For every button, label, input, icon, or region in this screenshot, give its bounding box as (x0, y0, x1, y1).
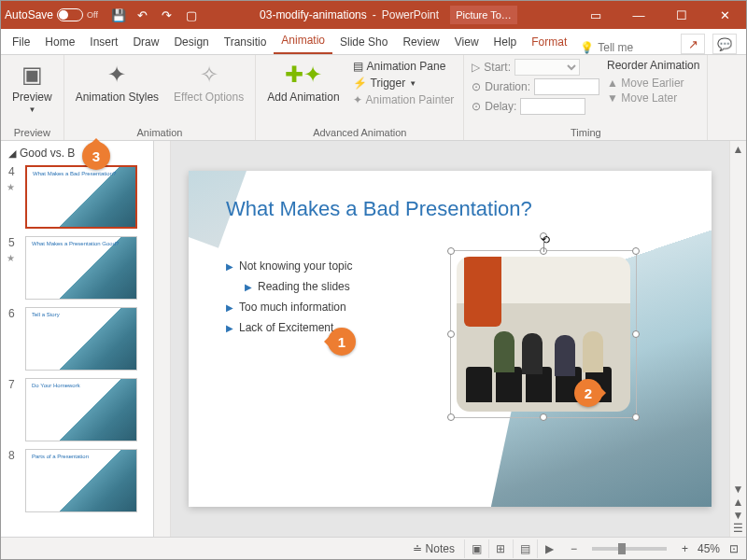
status-bar: ≐ Notes ▣ ⊞ ▤ ▶ − + 45% ⊡ (1, 537, 746, 559)
undo-icon[interactable]: ↶ (132, 4, 154, 26)
editor-scrollbar[interactable]: ▲▼▲▼☰ (729, 141, 746, 537)
tab-help[interactable]: Help (486, 30, 525, 54)
start-select[interactable] (514, 59, 580, 76)
bullet-item[interactable]: ▶Too much information (226, 301, 352, 314)
save-icon[interactable]: 💾 (107, 4, 130, 26)
tab-slideshow[interactable]: Slide Sho (332, 30, 395, 54)
zoom-slider[interactable] (592, 547, 667, 551)
tab-home[interactable]: Home (37, 30, 82, 54)
delay-input[interactable] (520, 98, 585, 115)
picture-tools-tab[interactable]: Picture To… (450, 6, 517, 24)
add-animation-button[interactable]: ✚✦Add Animation (263, 59, 343, 105)
thumbnail-slide-6[interactable]: 6Tell a Story (1, 303, 153, 374)
duration-input[interactable] (534, 78, 599, 95)
animation-styles-button[interactable]: ✦Animation Styles (72, 59, 162, 105)
add-star-icon: ✚✦ (285, 61, 322, 89)
slide-thumbnails[interactable]: ◢ Good vs. B 4★What Makes a Bad Presenta… (1, 141, 154, 537)
tab-design[interactable]: Design (166, 30, 216, 54)
bulb-icon: 💡 (580, 41, 594, 54)
animation-pane-button[interactable]: ▤Animation Pane (351, 59, 457, 74)
thumbnail-slide-7[interactable]: 7Do Your Homework (1, 374, 153, 445)
share-icon[interactable]: ↗ (681, 34, 705, 54)
title-bar: AutoSave Off 💾 ↶ ↷ ▢ 03-modify-animation… (1, 1, 746, 29)
redo-icon[interactable]: ↷ (156, 4, 178, 26)
callout-3: 3 (82, 142, 110, 170)
close-icon[interactable]: ✕ (703, 1, 746, 29)
fit-window-icon[interactable]: ⊡ (729, 542, 739, 555)
thumbnail-slide-4[interactable]: 4★What Makes a Bad Presentation? (1, 161, 153, 232)
group-advanced: Advanced Animation (263, 125, 456, 138)
tab-transitions[interactable]: Transitio (217, 30, 275, 54)
group-preview: Preview (8, 125, 56, 138)
reading-view-icon[interactable]: ▤ (513, 539, 537, 558)
tab-format[interactable]: Format (524, 30, 574, 54)
move-later-button: ▼ Move Later (607, 91, 699, 105)
comments-icon[interactable]: 💬 (712, 34, 737, 54)
trigger-button[interactable]: ⚡Trigger▼ (351, 76, 457, 91)
slide-title[interactable]: What Makes a Bad Presentation? (226, 197, 532, 221)
slide-canvas[interactable]: What Makes a Bad Presentation? ▶Not know… (189, 171, 712, 507)
zoom-level[interactable]: 45% (698, 542, 720, 555)
painter-icon: ✦ (353, 93, 362, 106)
tab-view[interactable]: View (447, 30, 486, 54)
callout-1: 1 (328, 328, 356, 356)
ribbon-tabs: File Home Insert Draw Design Transitio A… (1, 29, 746, 55)
zoom-in-icon[interactable]: + (682, 542, 688, 555)
pane-icon: ▤ (353, 60, 363, 73)
preview-icon: ▣ (21, 61, 43, 89)
effect-options-button: ✧Effect Options (170, 59, 247, 105)
star-icon: ✦ (107, 61, 126, 89)
ribbon-options-icon[interactable]: ▭ (574, 1, 617, 29)
rotate-handle[interactable]: ⟲ (540, 232, 547, 240)
thumb-scrollbar[interactable] (154, 141, 171, 537)
reorder-header: Reorder Animation (607, 59, 699, 72)
ribbon: ▣Preview▼ Preview ✦Animation Styles ✧Eff… (1, 55, 746, 141)
notes-button[interactable]: ≐ Notes (413, 542, 455, 555)
slide-editor[interactable]: What Makes a Bad Presentation? ▶Not know… (171, 141, 729, 537)
callout-2: 2 (574, 379, 602, 407)
tell-me-search[interactable]: 💡Tell me (580, 41, 633, 54)
window-title: 03-modify-animations - PowerPoint Pictur… (203, 6, 574, 24)
trigger-icon: ⚡ (353, 77, 367, 90)
tab-insert[interactable]: Insert (82, 30, 125, 54)
thumbnail-slide-5[interactable]: 5★What Makes a Presentation Good? (1, 232, 153, 303)
group-timing: Timing (472, 125, 699, 138)
move-earlier-button: ▲ Move Earlier (607, 76, 699, 91)
normal-view-icon[interactable]: ▣ (464, 539, 488, 558)
tab-file[interactable]: File (5, 30, 37, 54)
preview-button[interactable]: ▣Preview▼ (8, 59, 56, 117)
thumbnail-slide-8[interactable]: 8Parts of a Presentation (1, 445, 153, 516)
autosave-toggle[interactable]: AutoSave Off (5, 8, 98, 21)
section-header[interactable]: ◢ Good vs. B (1, 145, 153, 161)
zoom-out-icon[interactable]: − (571, 542, 577, 555)
animation-painter-button: ✦Animation Painter (351, 92, 457, 107)
tab-animations[interactable]: Animatio (274, 28, 332, 54)
bullet-item[interactable]: ▶Not knowing your topic (226, 259, 352, 273)
slideshow-icon[interactable]: ▢ (180, 4, 203, 26)
tab-review[interactable]: Review (395, 30, 446, 54)
effect-icon: ✧ (200, 61, 218, 89)
slideshow-view-icon[interactable]: ▶ (537, 539, 561, 558)
maximize-icon[interactable]: ☐ (660, 1, 703, 29)
tab-draw[interactable]: Draw (125, 30, 166, 54)
minimize-icon[interactable]: — (617, 1, 660, 29)
bullet-item[interactable]: ▶Reading the slides (245, 280, 352, 293)
sorter-view-icon[interactable]: ⊞ (488, 539, 513, 558)
toggle-off-icon (57, 8, 83, 21)
